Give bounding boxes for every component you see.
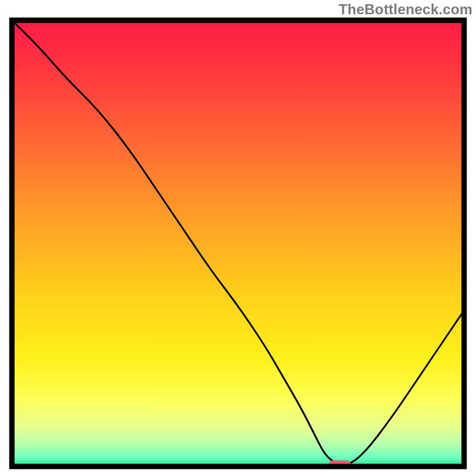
- bottleneck-chart: [0, 0, 476, 476]
- chart-stage: TheBottleneck.com: [0, 0, 476, 476]
- plot-background: [12, 20, 464, 466]
